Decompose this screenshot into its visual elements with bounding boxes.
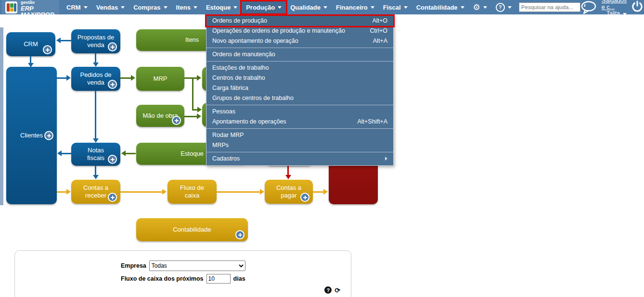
add-icon[interactable] <box>108 155 117 164</box>
menu-crm[interactable]: CRM <box>62 1 92 13</box>
menu-divider <box>206 152 393 152</box>
menu-item-carga-fabrica[interactable]: Carga fábrica <box>206 83 393 93</box>
node-mao-de-obra[interactable]: Mão de obra <box>136 105 184 127</box>
user-menu[interactable]: Talita <box>606 11 627 17</box>
add-icon[interactable] <box>235 230 245 239</box>
node-fluxo-de-caixa[interactable]: Fluxo de caixa <box>167 180 217 204</box>
menu-vendas[interactable]: Vendas <box>92 1 129 13</box>
chat-bubble-icon[interactable] <box>580 1 597 16</box>
chevron-down-icon <box>508 6 512 9</box>
help-icon: ? <box>496 3 505 12</box>
chevron-down-icon <box>323 6 327 9</box>
dias-input[interactable] <box>206 274 231 284</box>
menu-item-rodar-mrp[interactable]: Rodar MRP <box>206 130 393 140</box>
add-icon[interactable] <box>108 80 117 89</box>
help-search-input[interactable] <box>519 2 580 12</box>
chevron-down-icon <box>371 6 374 9</box>
chevron-down-icon <box>164 6 167 9</box>
menu-itens[interactable]: Itens <box>172 1 202 13</box>
menu-item-pessoas[interactable]: Pessoas <box>206 107 393 117</box>
node-propostas-de-venda[interactable]: Propostas de venda <box>71 29 120 53</box>
add-icon[interactable] <box>300 193 309 202</box>
menu-qualidade[interactable]: Qualidade <box>286 1 332 13</box>
dias-label: dias <box>233 275 245 282</box>
chevron-down-icon <box>193 6 197 9</box>
node-contas-a-pagar[interactable]: Contas a pagar <box>265 180 313 204</box>
menu-financeiro[interactable]: Financeiro <box>332 1 379 13</box>
node-mrp[interactable]: MRP <box>136 67 184 91</box>
add-icon[interactable] <box>44 131 53 140</box>
chevron-down-icon <box>121 6 125 9</box>
menu-divider <box>206 48 393 48</box>
menu-item-grupos-centros-trabalho[interactable]: Grupos de centros de trabalho <box>206 93 393 103</box>
chevron-down-icon <box>404 6 408 9</box>
menu-item-mrps[interactable]: MRPs <box>206 140 393 150</box>
help-menu[interactable]: ? <box>491 0 516 14</box>
menu-item-ordens-de-manutencao[interactable]: Ordens de manutenção <box>206 50 393 60</box>
company-link[interactable]: Salgados e c... <box>602 0 627 11</box>
chevron-down-icon <box>623 13 627 15</box>
menu-item-apontamento-operacoes[interactable]: Apontamento de operações Alt+Shift+A <box>206 117 393 127</box>
app-logo[interactable]: Sistema de gestão ERP MAXIPROD <box>1 0 59 14</box>
node-contabilidade[interactable]: Contabilidade <box>136 218 248 241</box>
add-icon[interactable] <box>172 116 181 125</box>
empresa-label: Empresa <box>121 262 146 269</box>
add-icon[interactable] <box>43 45 52 54</box>
left-edge-strip <box>0 27 3 205</box>
menu-item-centros-de-trabalho[interactable]: Centros de trabalho <box>206 73 393 83</box>
settings-menu[interactable]: ⚙ <box>469 1 491 14</box>
chevron-down-icon <box>278 6 282 9</box>
topbar: Sistema de gestão ERP MAXIPROD CRM Venda… <box>0 0 644 14</box>
chevron-down-icon <box>483 6 487 9</box>
menu-estoque[interactable]: Estoque <box>202 1 242 13</box>
menu-item-operacoes-ordens[interactable]: Operações de ordens de produção e manute… <box>206 26 393 36</box>
chevron-down-icon <box>461 6 464 9</box>
menu-divider <box>206 128 393 129</box>
chevron-down-icon <box>84 6 88 9</box>
menu-producao[interactable]: Produção <box>242 1 286 13</box>
menu-item-ordens-de-producao[interactable]: Ordens de produção Alt+O <box>206 16 393 26</box>
dashboard-filter-panel: Empresa Todas Fluxo de caixa dos próximo… <box>14 250 351 297</box>
submenu-arrow-icon <box>385 157 387 161</box>
node-crm[interactable]: CRM <box>6 32 55 56</box>
menu-item-novo-apontamento[interactable]: Novo apontamento de operação Alt+A <box>206 36 393 46</box>
gear-icon: ⚙ <box>473 3 480 12</box>
menu-divider <box>206 61 393 62</box>
menu-item-estacoes-de-trabalho[interactable]: Estações de trabalho <box>206 63 393 73</box>
node-contas-a-receber[interactable]: Contas a receber <box>71 180 120 204</box>
menu-fiscal[interactable]: Fiscal <box>379 1 412 13</box>
menu-item-cadastros[interactable]: Cadastros <box>206 154 393 164</box>
node-pedidos-de-venda[interactable]: Pedidos de venda <box>71 67 120 91</box>
node-notas-fiscais[interactable]: Notas fiscais <box>71 143 120 166</box>
menu-divider <box>206 105 393 105</box>
menu-contabilidade[interactable]: Contabilidade <box>412 1 469 13</box>
refresh-icon[interactable]: ⟳ <box>335 287 340 294</box>
menu-compras[interactable]: Compras <box>129 1 171 13</box>
add-icon[interactable] <box>108 42 117 51</box>
empresa-select[interactable]: Todas <box>149 260 245 271</box>
fluxo-caixa-label: Fluxo de caixa dos próximos <box>121 275 204 282</box>
brand-name: ERP MAXIPROD <box>21 5 54 18</box>
chevron-down-icon <box>233 6 237 9</box>
main-menu: CRM Vendas Compras Itens Estoque Produçã… <box>62 0 580 14</box>
panel-help-icon[interactable]: ? <box>324 286 332 294</box>
add-icon[interactable] <box>108 193 117 202</box>
node-clientes[interactable]: Clientes <box>6 67 57 204</box>
logout-power-icon[interactable] <box>631 0 643 14</box>
maxiprod-logo-icon <box>5 1 17 13</box>
producao-dropdown: Ordens de produção Alt+O Operações de or… <box>206 15 394 166</box>
